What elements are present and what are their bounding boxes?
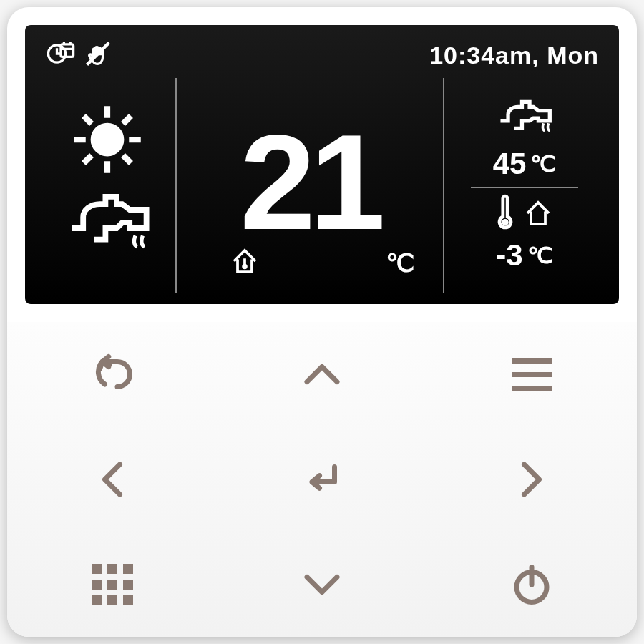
apps-icon bbox=[92, 564, 133, 605]
up-button[interactable] bbox=[217, 322, 426, 427]
setpoint-column: 21 ℃ bbox=[175, 78, 444, 293]
thermometer-icon bbox=[493, 194, 517, 235]
tap-icon bbox=[61, 189, 154, 270]
outdoor-unit: ℃ bbox=[527, 242, 553, 269]
house-outline-icon bbox=[520, 195, 556, 234]
dhw-value: 45 bbox=[493, 147, 527, 181]
svg-line-10 bbox=[84, 155, 92, 163]
setpoint-value: 21 bbox=[240, 114, 379, 250]
thermostat-device: 10:34am, Mon bbox=[7, 7, 637, 637]
down-button[interactable] bbox=[217, 532, 426, 637]
clock-day: 10:34am, Mon bbox=[429, 42, 599, 69]
lcd-screen: 10:34am, Mon bbox=[25, 25, 619, 304]
svg-point-14 bbox=[502, 219, 509, 226]
back-button[interactable] bbox=[7, 322, 217, 427]
main-readout: 21 ℃ 45 bbox=[25, 75, 619, 293]
menu-button[interactable] bbox=[427, 322, 637, 427]
svg-line-11 bbox=[123, 116, 131, 124]
dhw-unit: ℃ bbox=[530, 150, 556, 177]
secondary-column: 45 ℃ bbox=[444, 78, 605, 293]
sun-icon bbox=[68, 100, 147, 182]
power-button[interactable] bbox=[427, 532, 637, 637]
button-panel bbox=[7, 322, 637, 637]
indoor-zone-icon bbox=[227, 243, 263, 282]
status-bar: 10:34am, Mon bbox=[25, 25, 619, 75]
mode-column bbox=[39, 78, 175, 293]
apps-button[interactable] bbox=[7, 532, 217, 637]
svg-line-8 bbox=[84, 116, 92, 124]
outdoor-value: -3 bbox=[496, 238, 522, 273]
left-button[interactable] bbox=[7, 427, 217, 532]
menu-icon bbox=[512, 358, 552, 391]
svg-point-3 bbox=[94, 126, 122, 154]
dhw-tap-icon bbox=[492, 98, 557, 144]
right-button[interactable] bbox=[427, 427, 637, 532]
schedule-icon bbox=[45, 38, 77, 72]
svg-line-9 bbox=[123, 155, 131, 163]
divider bbox=[471, 187, 578, 188]
enter-button[interactable] bbox=[217, 427, 426, 532]
manual-stop-icon bbox=[82, 38, 114, 72]
setpoint-unit: ℃ bbox=[386, 248, 414, 278]
